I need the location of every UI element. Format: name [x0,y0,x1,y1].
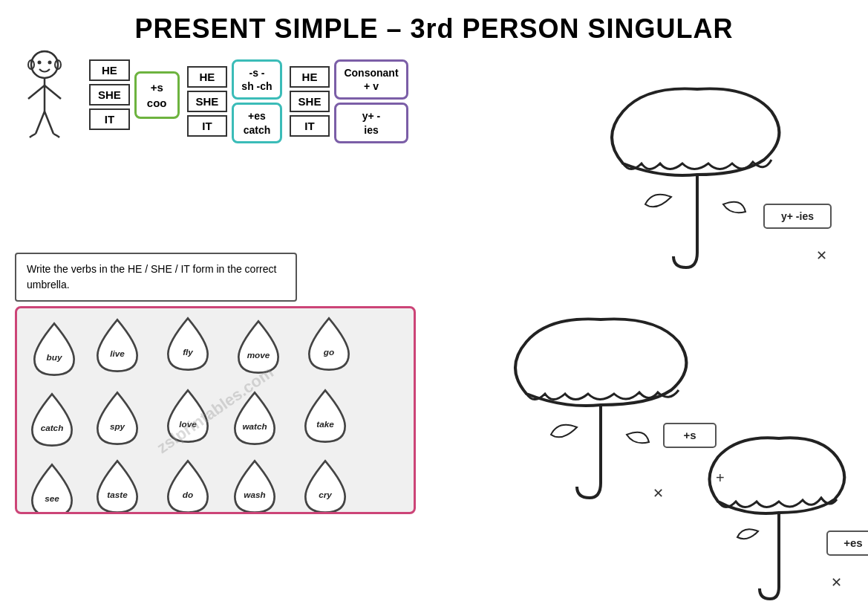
raindrop-go: go [303,314,355,374]
svg-text:+s: +s [683,429,696,441]
rule-box-s-sh-ch: -s -sh -ch [232,59,281,100]
svg-text:see: see [45,493,59,503]
raindrop-buy: buy [28,319,80,379]
svg-text:wash: wash [244,490,265,499]
pronoun-list-2: HE SHE IT [187,66,228,137]
rule-group-1: HE SHE IT +scoo [89,59,180,130]
raindrop-love: love [162,386,214,446]
raindrop-do: do [162,457,214,514]
pronoun-it-2: IT [187,115,228,137]
umbrellas-svg: y+ -ies ✕ +s + ✕ +es [452,67,868,602]
rule-box-plus-s: +scoo [134,71,180,119]
svg-text:catch: catch [41,423,64,432]
svg-text:take: take [316,419,334,429]
pronoun-he-3: HE [290,66,330,88]
svg-text:✕: ✕ [831,575,842,590]
rule-pair-3: Consonant+ v y+ -ies [334,59,408,143]
rule-pair-2: -s -sh -ch +escatch [232,59,281,143]
svg-text:y+ -ies: y+ -ies [781,210,814,222]
svg-text:go: go [323,347,334,357]
raindrop-spy: spy [91,389,143,448]
pronoun-he-2: HE [187,66,228,88]
raindrop-take: take [299,386,351,446]
rule-group-2: HE SHE IT -s -sh -ch +escatch [187,59,282,143]
svg-text:love: love [179,419,197,429]
raindrop-catch: catch [26,390,78,450]
svg-text:fly: fly [183,347,193,357]
pronoun-list-1: HE SHE IT [89,59,130,130]
raindrop-watch: watch [229,389,281,448]
rule-group-3: HE SHE IT Consonant+ v y+ -ies [290,59,408,143]
raindrop-wash: wash [229,457,281,514]
svg-text:cry: cry [319,490,332,499]
raindrop-cry: cry [299,457,351,514]
svg-text:✕: ✕ [816,248,827,263]
pronoun-it-3: IT [290,115,330,137]
raindrop-fly: fly [162,314,214,374]
rule-box-consonant-v: Consonant+ v [334,59,408,100]
pronoun-she-2: SHE [187,91,228,112]
svg-point-2 [48,61,52,65]
svg-text:move: move [247,350,270,360]
svg-text:spy: spy [110,421,125,431]
raindrops-area: zslprintables.com buy live fly move [15,306,416,514]
pronoun-list-3: HE SHE IT [290,66,330,137]
svg-text:watch: watch [242,421,267,431]
umbrella-section: y+ -ies ✕ +s + ✕ +es [452,67,868,602]
svg-line-8 [36,111,45,134]
raindrop-taste: taste [91,457,143,514]
svg-text:taste: taste [107,490,128,499]
svg-text:live: live [110,348,125,358]
rule-box-y-ies: y+ -ies [334,103,408,143]
svg-text:buy: buy [47,352,62,362]
svg-line-9 [45,111,53,134]
page-title: PRESENT SIMPLE – 3rd PERSON SINGULAR [0,0,868,52]
pronoun-she-3: SHE [290,91,330,112]
svg-text:do: do [183,490,193,499]
bottom-left: Write the verbs in the HE / SHE / IT for… [0,245,438,517]
raindrop-see: see [26,461,78,514]
pronoun-he-1: HE [89,59,130,81]
svg-text:+: + [716,470,725,486]
svg-point-1 [38,61,42,65]
person-figure [15,48,82,148]
pronoun-it-1: IT [89,108,130,130]
svg-line-6 [28,85,45,99]
raindrop-move: move [232,317,284,377]
svg-line-7 [45,85,61,99]
rule-box-plus-es-catch: +escatch [232,103,281,143]
instruction-box: Write the verbs in the HE / SHE / IT for… [15,253,297,302]
svg-text:+es: +es [843,536,862,549]
svg-text:✕: ✕ [653,486,664,501]
raindrop-live: live [91,316,143,375]
pronoun-she-1: SHE [89,84,130,106]
